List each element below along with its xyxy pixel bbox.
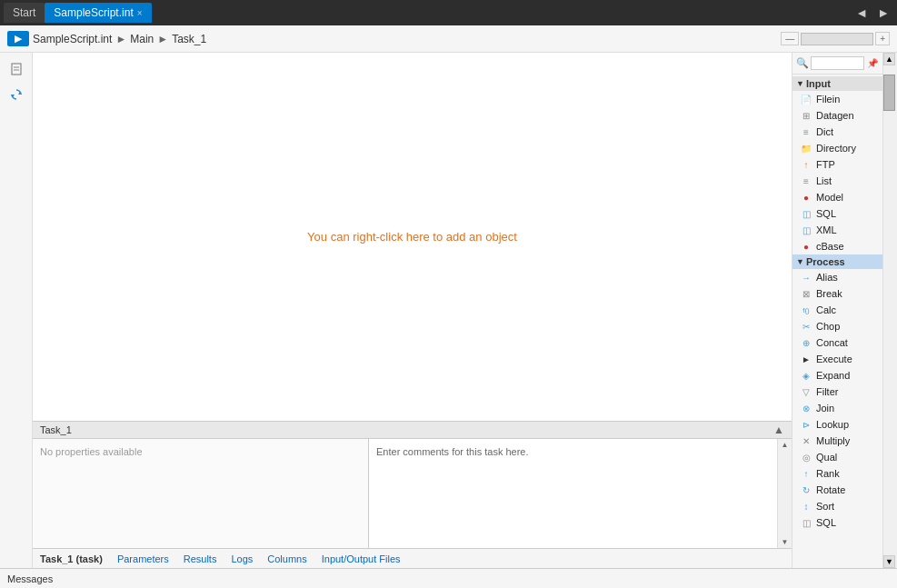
nav-arrows: ◄ ►	[852, 4, 893, 22]
new-document-button[interactable]	[5, 58, 27, 80]
tree-item-dict[interactable]: ≡ Dict	[792, 124, 882, 140]
tree-item-rotate[interactable]: ↻ Rotate	[792, 482, 882, 498]
expand-label: Expand	[816, 370, 850, 381]
scroll-up-button[interactable]: ▲	[782, 441, 789, 449]
filter-icon: ▽	[800, 385, 812, 398]
scroll-up-arrow[interactable]: ▲	[883, 53, 895, 65]
tree-item-lookup[interactable]: ⊳ Lookup	[792, 416, 882, 433]
properties-panel: No properties available	[33, 439, 369, 548]
tree-item-expand[interactable]: ◈ Expand	[792, 367, 882, 384]
tab-task1[interactable]: Task_1 (task)	[36, 552, 106, 566]
tree-item-filein[interactable]: 📄 Filein	[792, 91, 882, 107]
section-process-header[interactable]: ▼ Process	[792, 254, 882, 269]
nav-left-button[interactable]: ◄	[852, 4, 872, 22]
panel-scrollbar[interactable]: ▲ ▼	[777, 439, 792, 548]
right-panel-wrapper: 🔍 📌 ▼ Input 📄 Filein ⊞	[792, 53, 897, 568]
left-toolbar	[0, 53, 33, 568]
canvas-hint: You can right-click here to add an objec…	[307, 230, 517, 244]
tree-item-sql[interactable]: ◫ SQL	[792, 205, 882, 222]
tree-item-xml[interactable]: ◫ XML	[792, 222, 882, 238]
tree-item-list[interactable]: ≡ List	[792, 173, 882, 189]
scroll-down-arrow[interactable]: ▼	[883, 555, 895, 568]
comments-panel[interactable]: Enter comments for this task here.	[369, 439, 777, 548]
bottom-tab-bar: Task_1 (task) Parameters Results Logs Co…	[33, 548, 792, 568]
tree-item-alias[interactable]: → Alias	[792, 269, 882, 285]
section-process-label: Process	[806, 256, 845, 267]
refresh-button[interactable]	[5, 84, 27, 105]
tree-item-concat[interactable]: ⊕ Concat	[792, 334, 882, 351]
lookup-icon: ⊳	[800, 418, 812, 431]
tab-parameters[interactable]: Parameters	[114, 552, 173, 566]
tree-item-join[interactable]: ⊗ Join	[792, 400, 882, 416]
messages-label: Messages	[7, 573, 53, 584]
tree-item-datagen[interactable]: ⊞ Datagen	[792, 107, 882, 124]
svg-rect-0	[12, 64, 21, 75]
tab-samplescript[interactable]: SampleScript.int ×	[45, 3, 151, 23]
breadcrumb-task1[interactable]: Task_1	[172, 33, 206, 45]
tree-item-cbase[interactable]: ● cBase	[792, 238, 882, 254]
search-input[interactable]	[811, 56, 864, 70]
scroll-thumb[interactable]	[883, 75, 895, 111]
breadcrumb-script[interactable]: SampleScript.int	[33, 33, 112, 45]
tree-item-execute[interactable]: ► Execute	[792, 351, 882, 367]
multiply-label: Multiply	[816, 435, 850, 446]
minimize-button[interactable]: —	[781, 32, 799, 45]
tree-item-qual[interactable]: ◎ Qual	[792, 449, 882, 465]
cbase-icon: ●	[800, 240, 812, 253]
directory-label: Directory	[816, 143, 856, 154]
right-panel: 🔍 📌 ▼ Input 📄 Filein ⊞	[792, 53, 882, 568]
breadcrumb-sep2: ►	[157, 33, 168, 45]
tree-item-rank[interactable]: ↑ Rank	[792, 465, 882, 482]
canvas-main[interactable]: You can right-click here to add an objec…	[33, 53, 792, 421]
section-process: ▼ Process → Alias ⊠ Break f() Calc	[792, 254, 882, 531]
scroll-down-button[interactable]: ▼	[782, 538, 789, 546]
tree-item-ftp[interactable]: ↑ FTP	[792, 156, 882, 173]
pin-button[interactable]: 📌	[866, 57, 879, 69]
tree-item-directory[interactable]: 📁 Directory	[792, 140, 882, 156]
tree-item-sql2[interactable]: ◫ SQL	[792, 514, 882, 531]
model-icon: ●	[800, 191, 812, 204]
refresh-icon	[9, 87, 24, 102]
close-icon[interactable]: ×	[137, 8, 143, 18]
filter-label: Filter	[816, 386, 838, 397]
search-bar: 🔍 📌	[792, 53, 882, 75]
ftp-icon: ↑	[800, 158, 812, 171]
execute-icon: ►	[800, 353, 812, 365]
tree-item-break[interactable]: ⊠ Break	[792, 285, 882, 302]
title-bar: Start SampleScript.int × ◄ ►	[0, 0, 897, 25]
expand-button[interactable]: +	[875, 32, 890, 45]
lookup-label: Lookup	[816, 419, 849, 430]
tree-item-sort[interactable]: ↕ Sort	[792, 498, 882, 514]
collapse-panel-button[interactable]: ▲	[773, 424, 784, 436]
calc-icon: f()	[800, 304, 812, 316]
section-input: ▼ Input 📄 Filein ⊞ Datagen ≡ Dict	[792, 76, 882, 254]
right-panel-scrollbar[interactable]: ▲ ▼	[882, 53, 895, 568]
concat-icon: ⊕	[800, 336, 812, 349]
tree-content: ▼ Input 📄 Filein ⊞ Datagen ≡ Dict	[792, 75, 882, 568]
expand-icon: ◈	[800, 369, 812, 382]
run-button[interactable]: ▶	[7, 31, 29, 46]
tree-item-filter[interactable]: ▽ Filter	[792, 384, 882, 400]
concat-label: Concat	[816, 337, 848, 348]
break-label: Break	[816, 288, 842, 299]
tab-logs[interactable]: Logs	[227, 552, 256, 566]
datagen-icon: ⊞	[800, 109, 812, 122]
main-layout: You can right-click here to add an objec…	[0, 53, 897, 568]
scrollbar-track[interactable]	[801, 33, 873, 45]
chop-label: Chop	[816, 321, 840, 332]
tree-item-calc[interactable]: f() Calc	[792, 302, 882, 318]
tab-start[interactable]: Start	[4, 3, 45, 23]
break-icon: ⊠	[800, 287, 812, 300]
tree-item-chop[interactable]: ✂ Chop	[792, 318, 882, 334]
tree-item-model[interactable]: ● Model	[792, 189, 882, 205]
canvas-area: You can right-click here to add an objec…	[33, 53, 792, 568]
breadcrumb-main[interactable]: Main	[130, 33, 154, 45]
tab-columns[interactable]: Columns	[264, 552, 310, 566]
section-input-header[interactable]: ▼ Input	[792, 76, 882, 91]
tab-results[interactable]: Results	[180, 552, 221, 566]
scroll-track[interactable]	[883, 65, 895, 555]
tab-inputoutput[interactable]: Input/Output Files	[318, 552, 404, 566]
nav-right-button[interactable]: ►	[873, 4, 893, 22]
tree-item-multiply[interactable]: ✕ Multiply	[792, 433, 882, 449]
breadcrumb-controls: — +	[781, 32, 890, 45]
